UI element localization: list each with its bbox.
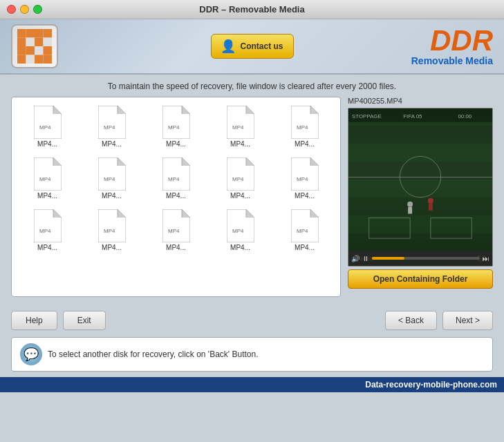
svg-marker-66 xyxy=(182,209,190,218)
svg-text:MP4: MP4 xyxy=(168,228,180,234)
file-label: MP4... xyxy=(28,140,66,148)
file-icon: MP4 xyxy=(98,106,126,139)
svg-rect-79 xyxy=(348,144,492,162)
file-item[interactable]: MP4 MP4... xyxy=(82,155,142,202)
maximize-button[interactable] xyxy=(33,5,42,14)
field-svg: STOPPAGE FIFA 05 00:00 xyxy=(348,108,492,251)
file-label: MP4... xyxy=(28,244,66,251)
svg-text:MP4: MP4 xyxy=(297,228,308,234)
footer-text: Data-recovery-mobile-phone.com xyxy=(365,380,497,390)
file-item[interactable]: MP4 MP4... xyxy=(210,155,270,202)
volume-icon[interactable]: 🔊 xyxy=(351,255,360,262)
file-item[interactable]: MP4 MP4... xyxy=(17,103,77,151)
file-icon: MP4 xyxy=(291,106,319,139)
svg-rect-3 xyxy=(35,29,44,38)
preview-box: STOPPAGE FIFA 05 00:00 EA FIFA 05 🔊 ⏸ ⏭ xyxy=(348,108,493,267)
brand-subtitle: Removable Media xyxy=(411,55,493,66)
back-button[interactable]: < Back xyxy=(385,311,437,330)
svg-rect-4 xyxy=(44,29,53,38)
progress-bar[interactable] xyxy=(372,257,480,260)
file-item[interactable]: MP4 MP4... xyxy=(146,155,206,202)
svg-text:STOPPAGE: STOPPAGE xyxy=(352,113,382,119)
file-item[interactable]: MP4 MP4... xyxy=(82,206,142,254)
contact-button[interactable]: 👤 Contact us xyxy=(210,34,293,59)
next-button[interactable]: Next > xyxy=(442,311,493,330)
svg-text:MP4: MP4 xyxy=(104,228,115,234)
svg-point-88 xyxy=(428,198,433,204)
file-label: MP4... xyxy=(157,140,195,148)
svg-text:FIFA 05: FIFA 05 xyxy=(403,113,422,119)
svg-rect-15 xyxy=(35,55,44,64)
file-panel[interactable]: MP4 MP4... MP4 MP4... MP4 MP4... xyxy=(11,97,341,297)
contact-label: Contact us xyxy=(240,41,283,51)
file-icon: MP4 xyxy=(34,157,62,191)
svg-text:MP4: MP4 xyxy=(104,124,115,131)
svg-text:MP4: MP4 xyxy=(232,124,244,131)
svg-marker-18 xyxy=(53,106,62,114)
file-icon: MP4 xyxy=(162,106,190,139)
window-controls[interactable] xyxy=(7,5,42,14)
info-text: To maintain the speed of recovery, file … xyxy=(11,81,493,91)
file-item[interactable]: MP4 MP4... xyxy=(82,103,142,151)
file-item[interactable]: MP4 MP4... xyxy=(17,155,77,202)
main-content: To maintain the speed of recovery, file … xyxy=(0,75,504,304)
file-label: MP4... xyxy=(28,192,66,200)
file-label: MP4... xyxy=(93,244,131,251)
content-area: MP4 MP4... MP4 MP4... MP4 MP4... xyxy=(11,97,493,297)
svg-rect-2 xyxy=(26,29,35,38)
status-text: To select another disk for recovery, cli… xyxy=(48,349,259,359)
brand-area: DDR Removable Media xyxy=(411,26,493,66)
minimize-button[interactable] xyxy=(20,5,29,14)
video-preview: STOPPAGE FIFA 05 00:00 EA FIFA 05 xyxy=(348,108,492,266)
svg-rect-12 xyxy=(44,46,53,55)
svg-marker-70 xyxy=(246,209,254,218)
svg-text:MP4: MP4 xyxy=(39,176,51,182)
svg-text:MP4: MP4 xyxy=(232,228,244,234)
close-button[interactable] xyxy=(7,5,16,14)
file-item[interactable]: MP4 MP4... xyxy=(274,155,335,202)
file-label: MP4... xyxy=(221,244,259,251)
svg-marker-42 xyxy=(118,157,126,166)
svg-text:MP4: MP4 xyxy=(232,176,244,182)
open-folder-button[interactable]: Open Containing Folder xyxy=(348,269,493,289)
app-logo-box xyxy=(11,24,58,68)
file-icon: MP4 xyxy=(162,209,190,242)
file-icon: MP4 xyxy=(291,209,319,242)
file-icon: MP4 xyxy=(291,157,319,191)
svg-rect-7 xyxy=(35,38,44,47)
file-label: MP4... xyxy=(93,192,131,200)
exit-button[interactable]: Exit xyxy=(63,311,106,330)
file-item[interactable]: MP4 MP4... xyxy=(210,206,270,254)
file-item[interactable]: MP4 MP4... xyxy=(210,103,270,151)
svg-text:MP4: MP4 xyxy=(104,176,115,182)
file-icon: MP4 xyxy=(98,209,126,242)
file-item[interactable]: MP4 MP4... xyxy=(274,103,335,151)
file-icon: MP4 xyxy=(227,209,254,242)
svg-marker-74 xyxy=(310,209,319,218)
file-item[interactable]: MP4 MP4... xyxy=(146,206,206,254)
help-button[interactable]: Help xyxy=(11,311,57,330)
play-icon[interactable]: ⏸ xyxy=(362,255,369,262)
svg-text:MP4: MP4 xyxy=(39,124,51,131)
footer: Data-recovery-mobile-phone.com xyxy=(0,377,504,392)
file-label: MP4... xyxy=(286,192,324,200)
file-item[interactable]: MP4 MP4... xyxy=(274,206,335,254)
svg-rect-80 xyxy=(348,180,492,198)
file-label: MP4... xyxy=(157,244,195,251)
file-item[interactable]: MP4 MP4... xyxy=(146,103,206,151)
svg-marker-22 xyxy=(118,106,126,114)
file-item[interactable]: MP4 MP4... xyxy=(17,206,77,254)
svg-rect-5 xyxy=(17,38,26,47)
svg-rect-1 xyxy=(17,29,26,38)
svg-rect-13 xyxy=(17,55,26,64)
file-icon: MP4 xyxy=(98,157,126,191)
svg-rect-87 xyxy=(408,207,412,214)
brand-name: DDR xyxy=(411,26,493,55)
file-label: MP4... xyxy=(286,140,324,148)
svg-rect-6 xyxy=(26,38,35,47)
svg-text:MP4: MP4 xyxy=(168,124,180,131)
svg-rect-16 xyxy=(44,55,53,64)
svg-rect-10 xyxy=(26,46,35,55)
file-icon: MP4 xyxy=(34,106,62,139)
skip-icon[interactable]: ⏭ xyxy=(483,255,489,262)
